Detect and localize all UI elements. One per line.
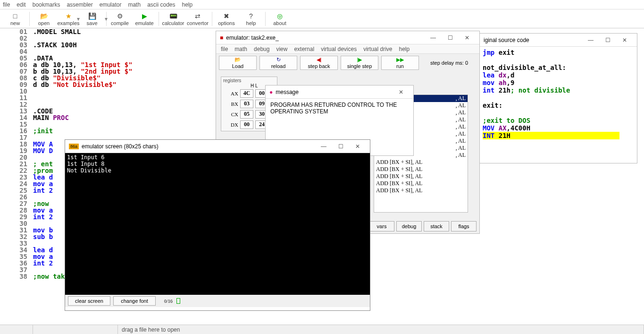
code-line[interactable]: .DATA [33, 55, 133, 61]
emu-menu-virtual-drive[interactable]: virtual drive [363, 46, 392, 52]
message-close-button[interactable]: ✕ [393, 89, 410, 95]
emu-menu-file[interactable]: file [221, 46, 228, 52]
minimize-button[interactable]: — [582, 37, 599, 43]
tool-emulate[interactable]: ▶emulate [132, 12, 157, 26]
code-line[interactable]: a db 10,13, "1st Input $" [33, 61, 133, 68]
source-line[interactable]: jmp exit [483, 49, 634, 56]
emu-single-step-button[interactable]: |▶single step [341, 56, 378, 70]
code-line[interactable] [33, 48, 133, 55]
reg-CX-high[interactable]: 05 [240, 110, 253, 119]
main-menubar: fileeditbookmarksassembleremulatormathas… [0, 0, 644, 9]
clear-screen-button[interactable]: clear screen [68, 296, 110, 306]
menu-emulator[interactable]: emulator [100, 1, 122, 8]
emu-menu-help[interactable]: help [399, 46, 410, 52]
code-line[interactable]: .MODEL SMALL [33, 28, 133, 35]
menu-file[interactable]: file [3, 1, 10, 8]
menu-edit[interactable]: edit [17, 1, 25, 8]
maximize-button[interactable]: ☐ [332, 143, 349, 150]
reload-icon: ↻ [276, 57, 281, 63]
step-delay-label[interactable]: step delay ms: 0 [422, 60, 477, 66]
menu-ascii-codes[interactable]: ascii codes [147, 1, 175, 8]
code-line[interactable]: d db "Not Divisible$" [33, 81, 133, 88]
menu-math[interactable]: math [128, 1, 141, 8]
emu-menu-math[interactable]: math [234, 46, 247, 52]
emu-Load-button[interactable]: 📂Load [219, 56, 257, 70]
source-line[interactable]: MOV AX,4C00H [483, 124, 634, 132]
tool-calculator[interactable]: 📟calculator [161, 12, 185, 26]
emu-step-back-button[interactable]: ◀|step back [300, 56, 338, 70]
emu-run-button[interactable]: ▶▶run [381, 56, 419, 70]
source-line[interactable]: ;exit to DOS [483, 117, 634, 124]
close-button[interactable]: ✕ [459, 34, 476, 41]
emu-footer-stack-button[interactable]: stack [424, 221, 449, 231]
source-line[interactable] [483, 94, 634, 102]
source-line[interactable]: exit: [483, 102, 634, 109]
minimize-button[interactable]: — [315, 143, 332, 150]
code-line[interactable]: c db "Divisible$" [33, 75, 133, 81]
change-font-button[interactable]: change font [113, 296, 156, 306]
source-line[interactable] [483, 109, 634, 117]
disasm-line[interactable]: ADD [BX + SI], AL [374, 180, 468, 187]
tool-open[interactable]: 📂open [32, 12, 56, 26]
emu-footer-debug-button[interactable]: debug [396, 221, 422, 231]
message-titlebar[interactable]: ● message ✕ [266, 86, 413, 99]
disasm-line[interactable]: ADD [BX + SI], AL [374, 159, 468, 166]
reg-AX-high[interactable]: 4C [240, 89, 253, 98]
status-drag-hint[interactable]: drag a file here to open [118, 325, 644, 334]
code-line[interactable] [33, 101, 133, 108]
emu-menu-virtual-devices[interactable]: virtual devices [321, 46, 357, 52]
code-line[interactable] [33, 94, 133, 101]
maximize-button[interactable]: ☐ [599, 37, 616, 43]
close-button[interactable]: ✕ [349, 143, 366, 150]
emulator-screen-window[interactable]: 86a emulator screen (80x25 chars) — ☐ ✕ … [65, 139, 370, 311]
main-toolbar: □new📂open★examples▾💾save▾⚙compile▶emulat… [0, 9, 644, 28]
tool-convertor[interactable]: ⇄convertor [185, 12, 210, 26]
screen-titlebar[interactable]: 86a emulator screen (80x25 chars) — ☐ ✕ [65, 140, 370, 153]
menu-help[interactable]: help [182, 1, 193, 8]
run-icon: ▶▶ [396, 57, 404, 63]
tool-help[interactable]: ?help [239, 12, 263, 26]
menu-assembler[interactable]: assembler [67, 1, 92, 8]
code-line[interactable] [33, 88, 133, 94]
source-line[interactable]: mov ah,9 [483, 79, 634, 86]
tool-new[interactable]: □new [3, 12, 27, 26]
emu-footer-flags-button[interactable]: flags [451, 221, 477, 231]
emu-reload-button[interactable]: ↻reload [259, 56, 297, 70]
tool-compile[interactable]: ⚙compile [108, 12, 132, 26]
maximize-button[interactable]: ☐ [442, 34, 459, 41]
source-line[interactable]: int 21h; not divisible [483, 86, 634, 94]
line-number: 28 [0, 207, 33, 214]
tool-save[interactable]: 💾save [80, 12, 104, 26]
source-line[interactable] [483, 56, 634, 64]
code-line[interactable] [33, 121, 133, 128]
emu-footer-vars-button[interactable]: vars [369, 221, 394, 231]
line-number: 23 [0, 174, 33, 180]
tool-about[interactable]: ◎about [268, 12, 292, 26]
line-number: 16 [0, 128, 33, 134]
menu-bookmarks[interactable]: bookmarks [33, 1, 60, 8]
code-line[interactable] [33, 35, 133, 42]
code-line[interactable]: .STACK 100H [33, 42, 133, 48]
disasm-line[interactable]: ADD [BX + SI], AL [374, 187, 468, 194]
source-line[interactable]: not_divisible_at_all: [483, 64, 634, 71]
reg-BX-high[interactable]: 03 [240, 100, 253, 108]
source-titlebar[interactable]: iginal source code — ☐ ✕ [480, 34, 637, 47]
code-line[interactable]: ;init [33, 128, 133, 134]
source-line[interactable]: INT 21H [483, 132, 619, 139]
code-line[interactable]: .CODE [33, 108, 133, 114]
minimize-button[interactable]: — [425, 34, 442, 41]
code-line[interactable]: b db 10,13, "2nd input $" [33, 68, 133, 75]
emu-menu-debug[interactable]: debug [254, 46, 269, 52]
tool-options[interactable]: ✖options [214, 12, 239, 26]
emu-menu-view[interactable]: view [276, 46, 287, 52]
source-line[interactable]: lea dx,d [483, 71, 634, 79]
disasm-line[interactable]: ADD [BX + SI], AL [374, 166, 468, 173]
emulator-titlebar[interactable]: ■ emulator: task2.exe_ — ☐ ✕ [216, 31, 479, 44]
disasm-line[interactable]: ADD [BX + SI], AL [374, 173, 468, 180]
emu-menu-external[interactable]: external [294, 46, 314, 52]
source-code[interactable]: jmp exit not_divisible_at_all:lea dx,dmo… [480, 47, 637, 141]
close-button[interactable]: ✕ [616, 37, 633, 43]
source-window[interactable]: iginal source code — ☐ ✕ jmp exit not_di… [479, 33, 637, 163]
reg-DX-high[interactable]: 00 [240, 120, 253, 129]
code-line[interactable]: MAIN PROC [33, 114, 133, 121]
